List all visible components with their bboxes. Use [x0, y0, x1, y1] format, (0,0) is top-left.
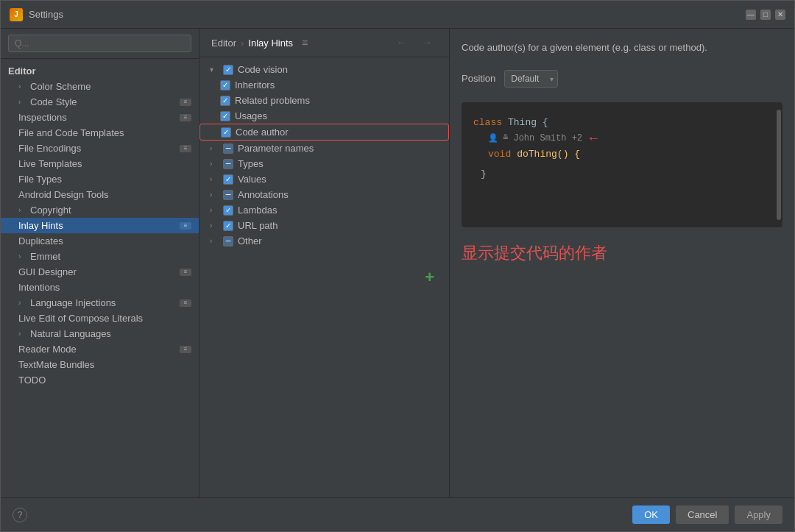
- center-panel: Editor › Inlay Hints ≡ ← → ▾: [199, 29, 450, 497]
- ctree-item-code-vision[interactable]: ▾ ✓ Code vision: [199, 62, 449, 77]
- ctree-item-url-path[interactable]: › ✓ URL path: [199, 218, 449, 233]
- forward-button[interactable]: →: [417, 35, 437, 51]
- sidebar-item-textmate-bundles[interactable]: TextMate Bundles: [1, 357, 199, 372]
- chevron-icon: ›: [210, 175, 219, 183]
- method-name: doThing() {: [517, 146, 580, 163]
- code-preview: class Thing { 👤 ≗ John Smith +2 ← void d…: [462, 102, 782, 227]
- checkbox-other[interactable]: –: [223, 236, 233, 247]
- help-button[interactable]: ?: [13, 508, 27, 522]
- window-title: Settings: [29, 9, 746, 20]
- checkbox-url-path[interactable]: ✓: [223, 221, 233, 231]
- code-line-3: void doThing() {: [488, 146, 771, 163]
- ext-icon: ≡: [180, 114, 191, 121]
- chevron-icon: ›: [210, 144, 219, 152]
- window-controls: — □ ✕: [746, 10, 785, 20]
- apply-button[interactable]: Apply: [735, 506, 782, 524]
- sidebar-item-reader-mode[interactable]: Reader Mode ≡: [1, 341, 199, 357]
- sidebar-item-code-style[interactable]: › Code Style ≡: [1, 94, 199, 110]
- sidebar-item-natural-languages[interactable]: › Natural Languages: [1, 326, 199, 341]
- sidebar-item-duplicates[interactable]: Duplicates: [1, 233, 199, 249]
- ctree-item-code-author[interactable]: ✓ Code author: [199, 124, 449, 141]
- sidebar-item-copyright[interactable]: › Copyright: [1, 202, 199, 218]
- gear-icon[interactable]: ≡: [302, 37, 308, 49]
- checkbox-related-problems[interactable]: ✓: [220, 96, 230, 106]
- code-line-4: }: [481, 166, 771, 182]
- ext-icon: ≡: [180, 269, 191, 276]
- keyword-void: void: [488, 146, 511, 163]
- checkbox-lambdas[interactable]: ✓: [223, 205, 233, 216]
- sidebar-item-color-scheme[interactable]: › Color Scheme: [1, 79, 199, 94]
- sidebar-item-inspections[interactable]: Inspections ≡: [1, 110, 199, 125]
- class-name: Thing {: [508, 114, 548, 131]
- search-input[interactable]: [8, 35, 191, 52]
- user-icon: 👤: [488, 133, 498, 143]
- sidebar-item-live-edit[interactable]: Live Edit of Compose Literals: [1, 311, 199, 326]
- position-select-wrapper: Default Before After ▾: [504, 70, 558, 88]
- nav-buttons: ← →: [392, 35, 437, 51]
- chevron-icon: ›: [210, 191, 219, 199]
- sidebar-item-file-code-templates[interactable]: File and Code Templates: [1, 125, 199, 141]
- cancel-button[interactable]: Cancel: [676, 506, 729, 524]
- position-row: Position Default Before After ▾: [462, 70, 782, 88]
- close-button[interactable]: ✕: [775, 10, 785, 20]
- sidebar-item-live-templates[interactable]: Live Templates: [1, 156, 199, 171]
- settings-window: J Settings — □ ✕ Editor › Color Scheme: [0, 0, 795, 532]
- sidebar-item-emmet[interactable]: › Emmet: [1, 249, 199, 264]
- ctree-item-types[interactable]: › – Types: [199, 156, 449, 171]
- main-content: Editor › Color Scheme › Code Style ≡ Ins…: [1, 29, 794, 497]
- sidebar-section-editor: Editor: [1, 63, 199, 79]
- ctree-item-annotations[interactable]: › – Annotations: [199, 187, 449, 202]
- chevron-icon: ›: [18, 252, 27, 260]
- checkbox-code-author[interactable]: ✓: [221, 127, 231, 138]
- chevron-icon: ▾: [210, 65, 219, 74]
- sidebar-item-android-design-tools[interactable]: Android Design Tools: [1, 187, 199, 202]
- chevron-icon: ›: [210, 221, 219, 230]
- ctree-item-inheritors[interactable]: ✓ Inheritors: [199, 77, 449, 93]
- sidebar: Editor › Color Scheme › Code Style ≡ Ins…: [1, 29, 199, 497]
- sidebar-item-file-encodings[interactable]: File Encodings ≡: [1, 141, 199, 156]
- sidebar-item-gui-designer[interactable]: GUI Designer ≡: [1, 264, 199, 280]
- checkbox-parameter-names[interactable]: –: [223, 143, 233, 154]
- checkbox-values[interactable]: ✓: [223, 174, 233, 185]
- sidebar-item-todo[interactable]: TODO: [1, 372, 199, 388]
- code-line-1: class Thing {: [473, 114, 771, 131]
- minimize-button[interactable]: —: [746, 10, 756, 20]
- footer: ? OK Cancel Apply: [1, 497, 794, 531]
- sidebar-item-inlay-hints[interactable]: Inlay Hints ≡: [1, 218, 199, 233]
- ctree-item-parameter-names[interactable]: › – Parameter names: [199, 141, 449, 156]
- add-button[interactable]: +: [425, 268, 434, 287]
- sidebar-item-file-types[interactable]: File Types: [1, 171, 199, 187]
- checkbox-code-vision[interactable]: ✓: [223, 65, 233, 75]
- position-label: Position: [462, 73, 495, 84]
- arrow-annotation: ←: [590, 131, 598, 146]
- ctree-item-related-problems[interactable]: ✓ Related problems: [199, 93, 449, 108]
- description-text: Code author(s) for a given element (e.g.…: [462, 40, 782, 55]
- ext-icon: ≡: [180, 99, 191, 106]
- hint-text: ≗ John Smith +2: [503, 132, 582, 143]
- checkbox-usages[interactable]: ✓: [220, 111, 230, 121]
- ok-button[interactable]: OK: [632, 506, 670, 524]
- ctree-item-values[interactable]: › ✓ Values: [199, 171, 449, 187]
- ctree-item-lambdas[interactable]: › ✓ Lambdas: [199, 202, 449, 218]
- checkbox-annotations[interactable]: –: [223, 190, 233, 200]
- back-button[interactable]: ←: [392, 35, 412, 51]
- maximize-button[interactable]: □: [760, 10, 771, 20]
- breadcrumb-parent: Editor: [211, 38, 236, 49]
- ext-icon: ≡: [180, 145, 191, 152]
- panel-wrapper: Editor › Inlay Hints ≡ ← → ▾: [199, 29, 794, 497]
- checkbox-inheritors[interactable]: ✓: [220, 80, 230, 91]
- sidebar-item-language-injections[interactable]: › Language Injections ≡: [1, 295, 199, 311]
- ctree-item-usages[interactable]: ✓ Usages: [199, 108, 449, 124]
- chevron-icon: ›: [18, 206, 27, 214]
- breadcrumb-current: Inlay Hints: [248, 38, 293, 49]
- sidebar-item-intentions[interactable]: Intentions: [1, 280, 199, 295]
- search-box: [1, 29, 199, 59]
- chevron-icon: ›: [18, 82, 27, 91]
- ctree-item-other[interactable]: › – Other: [199, 233, 449, 249]
- keyword-class: class: [473, 114, 502, 131]
- ext-icon: ≡: [180, 346, 191, 353]
- position-select[interactable]: Default Before After: [504, 70, 558, 88]
- chevron-icon: ›: [210, 237, 219, 245]
- checkbox-types[interactable]: –: [223, 159, 233, 169]
- breadcrumb-separator: ›: [241, 38, 244, 49]
